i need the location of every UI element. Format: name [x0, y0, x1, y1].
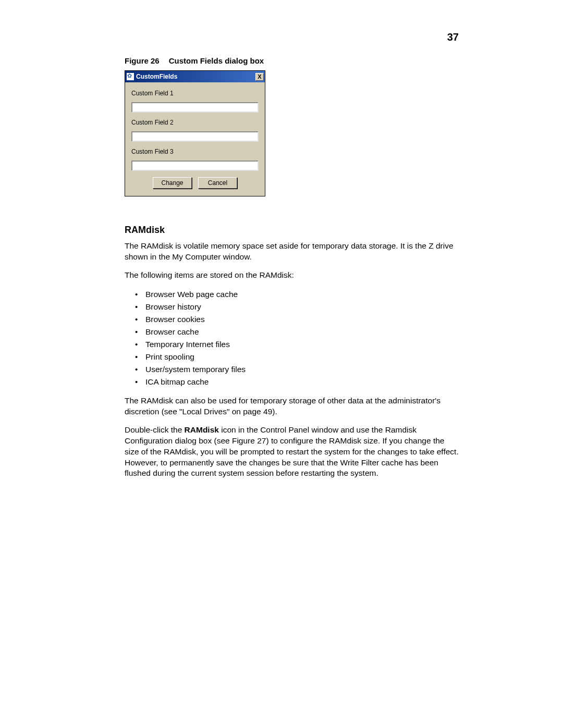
section-heading-ramdisk: RAMdisk [125, 225, 461, 236]
ramdisk-item-list: Browser Web page cache Browser history B… [125, 288, 461, 388]
list-item: User/system temporary files [145, 363, 461, 376]
para-1: The RAMdisk is volatile memory space set… [125, 241, 461, 263]
list-item: Print spooling [145, 351, 461, 363]
field-label-3: Custom Field 3 [131, 148, 259, 155]
para-4-bold: RAMdisk [185, 425, 219, 434]
custom-fields-dialog: CustomFields X Custom Field 1 Custom Fie… [125, 70, 265, 196]
para-4: Double-click the RAMdisk icon in the Con… [125, 425, 461, 479]
list-item: Browser cache [145, 326, 461, 338]
cancel-button[interactable]: Cancel [198, 177, 237, 189]
figure-label: Figure 26 [125, 56, 160, 65]
dialog-body: Custom Field 1 Custom Field 2 Custom Fie… [125, 82, 265, 196]
field-group-3: Custom Field 3 [131, 148, 259, 171]
custom-field-3-input[interactable] [131, 161, 259, 171]
field-label-1: Custom Field 1 [131, 90, 259, 97]
field-group-1: Custom Field 1 [131, 90, 259, 113]
list-item: Temporary Internet files [145, 338, 461, 351]
list-item: Browser Web page cache [145, 288, 461, 301]
list-item: Browser cookies [145, 313, 461, 326]
dialog-title: CustomFields [136, 73, 177, 80]
field-group-2: Custom Field 2 [131, 119, 259, 142]
para-2: The following items are stored on the RA… [125, 270, 461, 281]
figure-title: Custom Fields dialog box [169, 56, 264, 65]
page-content: Figure 26Custom Fields dialog box Custom… [125, 56, 461, 486]
list-item: Browser history [145, 301, 461, 313]
para-4-pre: Double-click the [125, 425, 185, 434]
para-3: The RAMdisk can also be used for tempora… [125, 396, 461, 417]
custom-field-1-input[interactable] [131, 102, 259, 113]
dialog-titlebar: CustomFields X [125, 71, 265, 82]
app-icon [127, 73, 134, 80]
custom-field-2-input[interactable] [131, 131, 259, 142]
dialog-button-row: Change Cancel [131, 177, 259, 189]
figure-caption: Figure 26Custom Fields dialog box [125, 56, 461, 65]
close-button[interactable]: X [255, 73, 264, 81]
list-item: ICA bitmap cache [145, 376, 461, 388]
titlebar-left: CustomFields [127, 73, 177, 80]
page-number: 37 [447, 31, 459, 43]
change-button[interactable]: Change [153, 177, 192, 189]
field-label-2: Custom Field 2 [131, 119, 259, 126]
